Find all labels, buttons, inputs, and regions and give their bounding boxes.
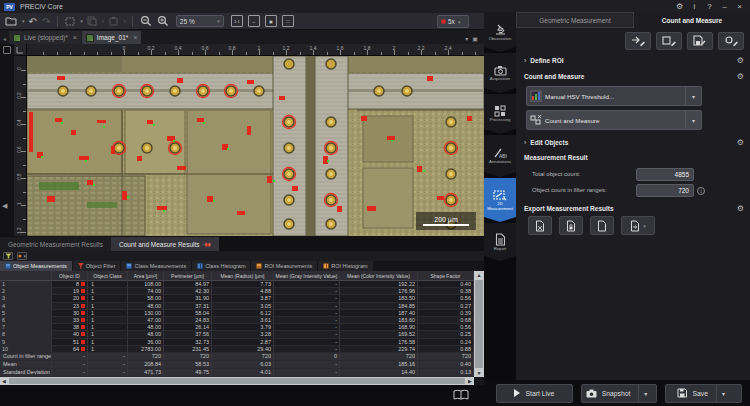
tab-image-01[interactable]: Image_01* × <box>82 31 142 44</box>
chevron-down-icon[interactable]: ▾ <box>638 385 652 402</box>
table-row[interactable]: 951136.0032.732.87-176.580.24 <box>0 339 474 346</box>
sidebar-item-processing[interactable]: Processing <box>484 94 516 134</box>
viewer-layout-icon[interactable]: ▣ <box>472 35 478 42</box>
table-row[interactable]: 320158.0031.903.87-183.500.56 <box>0 295 474 302</box>
save-roi-button[interactable] <box>687 32 713 50</box>
close-icon[interactable]: × <box>733 1 746 12</box>
column-header[interactable]: Shape Factor <box>418 271 474 281</box>
scrollbar-thumb[interactable] <box>9 378 465 384</box>
gear-icon[interactable]: ⚙ <box>737 56 744 65</box>
sidebar-item-report[interactable]: Report <box>484 223 516 261</box>
tab-count-and-measure[interactable]: Count and Measure <box>634 12 750 28</box>
open-file-icon[interactable] <box>4 15 18 28</box>
define-roi-section[interactable]: › Define ROI ⚙ <box>524 56 744 65</box>
zoom-level-select[interactable]: 25 % ▾ <box>176 15 224 27</box>
table-row[interactable]: 423148.0037.313.05-184.850.27 <box>0 303 474 310</box>
panel-collapse-icon[interactable]: ◀ <box>2 202 7 210</box>
fit-screen-icon[interactable]: ▣ <box>265 15 277 27</box>
scroll-down-icon[interactable]: ▼ <box>477 369 482 377</box>
apply-roi-button[interactable] <box>625 32 651 50</box>
export-file-button[interactable] <box>590 216 614 235</box>
zoom-out-icon[interactable] <box>139 15 153 28</box>
save-button[interactable]: Save ▾ <box>665 384 742 403</box>
tab-geometric-measurement[interactable]: Geometric Measurement <box>516 12 634 28</box>
micrograph-canvas[interactable]: 200 µm <box>27 56 484 236</box>
highlight-color-icon[interactable]: ▾ <box>17 252 27 260</box>
sidebar-item-annotations[interactable]: ABC Annotations <box>484 135 516 177</box>
info-icon[interactable]: i <box>688 1 701 12</box>
viewer-tool-icon[interactable] <box>3 46 11 54</box>
scroll-left-icon[interactable]: ◀ <box>0 378 8 384</box>
scroll-right-icon[interactable]: ▶ <box>466 378 474 384</box>
settings-gear-icon[interactable]: ⚙ <box>673 1 686 12</box>
edit-objects-section[interactable]: › Edit Objects ⚙ <box>524 138 744 147</box>
subtab-roi-measurements[interactable]: ROI Measurements <box>251 261 317 271</box>
magnification-select[interactable]: 5x ▾ <box>437 15 469 28</box>
column-header[interactable]: Mean (Color Intensity Value) <box>340 271 418 281</box>
scrollbar-thumb[interactable] <box>475 280 483 368</box>
scroll-up-icon[interactable]: ▲ <box>477 271 482 279</box>
export-send-button[interactable]: ▾ <box>621 216 655 235</box>
select-dropdown-icon[interactable]: ▾ <box>80 18 83 24</box>
table-vertical-scrollbar[interactable]: ▲ ▼ <box>474 271 484 377</box>
column-header[interactable]: Mean (Gray Intensity Value) <box>274 271 340 281</box>
table-horizontal-scrollbar[interactable]: ◀ ▶ <box>0 377 474 385</box>
snapshot-button[interactable]: Snapshot ▾ <box>581 384 658 403</box>
minimize-icon[interactable]: – <box>718 1 731 12</box>
select-rect-icon[interactable] <box>64 15 76 28</box>
subtab-class-histogram[interactable]: Class Histogram <box>192 261 250 271</box>
tab-close-icon[interactable]: × <box>73 34 77 41</box>
undo-icon[interactable]: ↶ <box>28 15 38 28</box>
tab-geometric-results[interactable]: Geometric Measurement Results <box>0 237 111 251</box>
filter-objects-icon[interactable] <box>3 252 13 260</box>
open-file-dropdown-icon[interactable]: ▾ <box>22 18 25 24</box>
count-and-measure-button[interactable]: Count and Measure ▾ <box>526 110 702 130</box>
table-row[interactable]: 633147.0024.833.61-183.600.68 <box>0 317 474 324</box>
ruler-corner[interactable] <box>14 44 27 56</box>
tab-close-icon[interactable]: × <box>133 34 137 41</box>
table-row[interactable]: 106412783.00231.4529.40-229.740.88 <box>0 346 474 353</box>
total-count-field[interactable]: 4855 <box>636 168 694 181</box>
table-row[interactable]: 738148.0026.143.79-168.900.56 <box>0 324 474 331</box>
gear-icon[interactable]: ⚙ <box>737 138 744 147</box>
sidebar-item-acquisition[interactable]: Acquisition <box>484 53 516 93</box>
manual-book-icon[interactable] <box>452 388 470 402</box>
subtab-roi-histogram[interactable]: ROI Histogram <box>318 261 372 271</box>
gear-icon[interactable]: ⚙ <box>737 204 744 213</box>
subtab-class-measurements[interactable]: Class Measurements <box>121 261 191 271</box>
column-header[interactable]: Object ID <box>52 271 88 281</box>
start-live-button[interactable]: Start Live <box>496 384 573 403</box>
column-header[interactable]: Object Class <box>88 271 128 281</box>
info-icon[interactable]: i <box>697 187 705 195</box>
help-icon[interactable]: ? <box>703 1 716 12</box>
roi-options-button[interactable] <box>718 32 744 50</box>
gear-icon[interactable]: ⚙ <box>737 72 744 81</box>
sidebar-item-2d-measurement[interactable]: 2D Measurement <box>484 178 516 222</box>
table-row[interactable]: 181108.0084.977.73-192.220.40 <box>0 281 474 288</box>
edit-roi-button[interactable] <box>656 32 682 50</box>
subtab-object-filter[interactable]: Object Filter <box>73 261 121 271</box>
filter-count-field[interactable]: 720 <box>636 184 694 197</box>
subtab-object-measurements[interactable]: Object Measurements <box>0 261 72 271</box>
tab-live[interactable]: Live (stopped)* × <box>9 31 81 44</box>
threshold-method-dropdown[interactable]: Manual HSV Threshold... ▾ <box>526 86 702 106</box>
export-locked-file-button[interactable] <box>559 216 583 235</box>
table-row[interactable]: 219174.0042.304.88-176.960.38 <box>0 288 474 295</box>
tab-scroll-left-icon[interactable]: ◂ <box>0 35 9 44</box>
column-header[interactable]: Perimeter [µm] <box>164 271 212 281</box>
chevron-down-icon[interactable]: ▾ <box>716 385 730 402</box>
zoom-in-icon[interactable] <box>156 15 170 28</box>
table-row[interactable]: 840148.0037.563.28-169.520.25 <box>0 331 474 338</box>
sidebar-item-observation[interactable]: Observation <box>484 12 516 52</box>
pin-icon[interactable]: 📌 <box>202 239 212 249</box>
column-header[interactable]: Area [µm²] <box>128 271 164 281</box>
table-row[interactable]: 5301130.0058.046.12-187.400.39 <box>0 310 474 317</box>
export-excel-button[interactable] <box>528 216 552 235</box>
column-header[interactable] <box>0 271 52 281</box>
column-header[interactable]: Mean (Radius) [µm] <box>212 271 274 281</box>
fit-width-icon[interactable]: ↔ <box>248 15 260 27</box>
tab-count-measure-results[interactable]: Count and Measure Results 📌 <box>111 237 219 251</box>
tab-list-dropdown-icon[interactable]: ▾ <box>465 35 468 42</box>
fullscreen-icon[interactable]: ⛶ <box>282 15 294 27</box>
zoom-1to1-icon[interactable]: 1:1 <box>231 15 243 27</box>
